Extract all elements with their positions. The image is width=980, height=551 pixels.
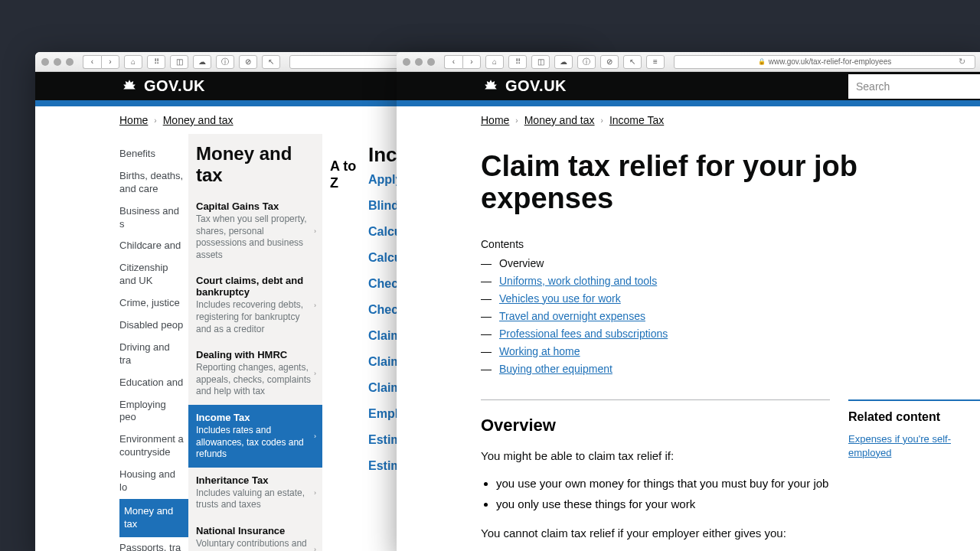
contents-link[interactable]: Vehicles you use for work — [499, 291, 621, 307]
submenu-item[interactable]: Income TaxIncludes rates and allowances,… — [188, 405, 322, 468]
minimize-button[interactable] — [415, 58, 423, 66]
traffic-lights — [41, 58, 74, 66]
back-button[interactable]: ‹ — [444, 55, 462, 69]
category-sidebar: BenefitsBirths, deaths, and careBusiness… — [119, 134, 188, 551]
contents-item: —Working at home — [481, 343, 980, 360]
category-item[interactable]: Disabled peop — [119, 315, 188, 337]
category-item[interactable]: Employing peo — [119, 394, 188, 429]
chevron-right-icon: › — [314, 489, 316, 497]
submenu-item[interactable]: National InsuranceVoluntary contribution… — [188, 518, 322, 551]
contents-item: —Overview — [481, 255, 980, 272]
submenu-item-title: Income Tax — [196, 412, 315, 423]
category-item[interactable]: Money and tax — [119, 499, 188, 537]
stop-button[interactable]: ⊘ — [600, 55, 619, 69]
category-item[interactable]: Driving and tra — [119, 337, 188, 372]
breadcrumb-money[interactable]: Money and tax — [163, 114, 234, 126]
govuk-logo[interactable]: GOV.UK — [481, 77, 567, 95]
forward-button[interactable]: › — [462, 55, 481, 69]
dash-icon: — — [481, 308, 492, 324]
list-item: you use your own money for things that y… — [496, 473, 830, 494]
content-area: Home › Money and tax › Income Tax Claim … — [397, 106, 980, 551]
main-column: Overview You might be able to claim tax … — [481, 399, 830, 551]
tool-button[interactable]: ↖ — [262, 55, 280, 69]
category-item[interactable]: Housing and lo — [119, 464, 188, 499]
related-link[interactable]: Expenses if you're self-employed — [848, 433, 951, 458]
chevron-icon: › — [601, 116, 603, 125]
category-item[interactable]: Education and — [119, 372, 188, 394]
info-button[interactable]: ⓘ — [216, 55, 234, 69]
contents-link[interactable]: Professional fees and subscriptions — [499, 326, 668, 342]
submenu-item-desc: Includes rates and allowances, tax codes… — [196, 425, 315, 461]
related-heading: Related content — [848, 410, 980, 424]
submenu-item[interactable]: Dealing with HMRCReporting changes, agen… — [188, 342, 322, 405]
breadcrumb-home[interactable]: Home — [481, 114, 509, 126]
submenu-item-desc: Includes valuing an estate, trusts and t… — [196, 487, 315, 511]
cloud-button[interactable]: ☁ — [554, 55, 573, 69]
tool-button[interactable]: ↖ — [623, 55, 642, 69]
submenu-item-desc: Includes recovering debts, registering f… — [196, 299, 315, 335]
submenu-item-title: Inheritance Tax — [196, 474, 315, 486]
submenu-item[interactable]: Capital Gains TaxTax when you sell prope… — [188, 194, 322, 268]
minimize-button[interactable] — [54, 58, 61, 66]
breadcrumb-money[interactable]: Money and tax — [524, 114, 595, 126]
body-paragraph: You might be able to claim tax relief if… — [481, 448, 830, 464]
search-input[interactable]: Search — [848, 74, 980, 99]
reload-icon[interactable]: ↻ — [959, 57, 965, 67]
chevron-icon: › — [515, 116, 518, 125]
contents-link[interactable]: Uniforms, work clothing and tools — [499, 273, 657, 289]
category-item[interactable]: Births, deaths, and care — [119, 165, 188, 201]
submenu-item[interactable]: Court claims, debt and bankruptcyInclude… — [188, 268, 322, 342]
forward-button[interactable]: › — [101, 55, 119, 69]
contents-link[interactable]: Travel and overnight expenses — [499, 308, 645, 324]
url-bar[interactable]: 🔒 www.gov.uk/tax-relief-for-employees ↻ — [674, 55, 975, 69]
contents-list: —Overview—Uniforms, work clothing and to… — [481, 255, 980, 378]
chevron-icon: › — [154, 116, 156, 125]
blue-bar — [397, 100, 980, 106]
category-item[interactable]: Environment a countryside — [119, 429, 188, 464]
crown-icon — [119, 78, 139, 95]
submenu-item-title: Dealing with HMRC — [196, 349, 315, 360]
sidebar-button[interactable]: ◫ — [531, 55, 550, 69]
chevron-right-icon: › — [314, 432, 316, 440]
list-item: you only use these things for your work — [496, 494, 830, 514]
category-item[interactable]: Childcare and — [119, 235, 188, 257]
category-item[interactable]: Benefits — [119, 143, 188, 165]
back-button[interactable]: ‹ — [83, 55, 101, 69]
breadcrumb-income-tax[interactable]: Income Tax — [609, 114, 664, 126]
home-button[interactable]: ⌂ — [485, 55, 504, 69]
dash-icon: — — [481, 273, 492, 289]
info-button[interactable]: ⓘ — [577, 55, 596, 69]
stop-button[interactable]: ⊘ — [239, 55, 257, 69]
submenu-item[interactable]: Inheritance TaxIncludes valuing an estat… — [188, 468, 322, 518]
maximize-button[interactable] — [427, 58, 435, 66]
submenu-item-title: Court claims, debt and bankruptcy — [196, 275, 315, 298]
az-label: A to Z — [330, 158, 361, 191]
contents-item: —Uniforms, work clothing and tools — [481, 272, 980, 290]
dash-icon: — — [481, 361, 492, 377]
browser-window-right: ‹ › ⌂ ⠿ ◫ ☁ ⓘ ⊘ ↖ ≡ 🔒 www.gov.uk/tax-rel… — [397, 52, 980, 551]
chevron-right-icon: › — [314, 546, 316, 551]
lock-icon: 🔒 — [758, 58, 766, 65]
close-button[interactable] — [403, 58, 410, 66]
breadcrumb-home[interactable]: Home — [119, 114, 148, 126]
body-list: you use your own money for things that y… — [481, 473, 830, 514]
grid-button[interactable]: ⠿ — [147, 55, 165, 69]
contents-link[interactable]: Buying other equipment — [499, 361, 612, 377]
submenu-item-desc: Tax when you sell property, shares, pers… — [196, 214, 315, 261]
menu-button[interactable]: ≡ — [646, 55, 665, 69]
close-button[interactable] — [41, 58, 49, 66]
submenu-item-title: National Insurance — [196, 525, 315, 536]
page-title: Claim tax relief for your job expenses — [481, 151, 864, 215]
maximize-button[interactable] — [66, 58, 74, 66]
cloud-button[interactable]: ☁ — [193, 55, 211, 69]
category-item[interactable]: Business and s — [119, 201, 188, 236]
grid-button[interactable]: ⠿ — [508, 55, 527, 69]
category-item[interactable]: Citizenship and UK — [119, 257, 188, 292]
sidebar-button[interactable]: ◫ — [170, 55, 188, 69]
chevron-right-icon: › — [314, 302, 316, 309]
category-item[interactable]: Passports, tra abroad — [119, 537, 188, 551]
category-item[interactable]: Crime, justice — [119, 292, 188, 315]
contents-link[interactable]: Working at home — [499, 344, 580, 360]
home-button[interactable]: ⌂ — [124, 55, 142, 69]
govuk-logo[interactable]: GOV.UK — [119, 77, 205, 95]
